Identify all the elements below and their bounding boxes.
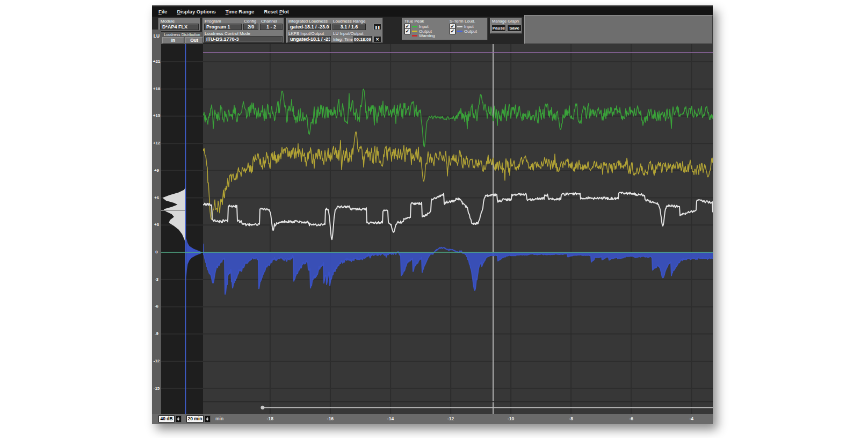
time-range-select[interactable]: 20 min [186,415,204,422]
program-value[interactable]: Program 1 [204,24,242,30]
x-tick-label: -14 [384,416,397,421]
menu-file[interactable]: File [158,9,167,14]
config-label: Config [244,19,256,24]
x-tick-label: -12 [444,416,457,421]
loudness-control-mode-label: Loudness Control Mode [205,31,250,36]
menu-display-options[interactable]: Display Options [177,9,215,14]
s-term-output-checkbox[interactable]: ✓ [450,28,455,34]
db-range-spinner[interactable] [176,415,182,422]
integrated-ungated-value: ungated-18.1 / -23.0 [288,36,331,42]
x-tick-label: -16 [324,416,337,421]
program-panel: Program Config Channel Program 1 2/0 1 -… [202,18,284,43]
menu-time-range[interactable]: Time Range [226,9,255,14]
manage-graph-label: Manage Graph [492,19,519,24]
integr-time-value: 00:18:09 [353,36,372,42]
y-tick-label: +9 [152,168,161,173]
true-peak-input-swatch-icon [412,26,417,27]
plot-background [203,44,713,414]
true-peak-warning-swatch-icon [412,35,417,36]
y-axis-unit-label: LU [152,33,161,39]
x-tick-label: -4 [685,416,698,421]
y-tick-label: 0 [152,250,161,254]
x-tick-label: -8 [565,416,577,421]
s-term-output-swatch-icon [457,31,462,32]
s-term-output-label: Output [464,29,477,34]
time-range-spinner[interactable] [205,415,211,422]
distribution-out-button[interactable]: Out [185,37,203,43]
true-peak-output-swatch-icon [412,31,417,32]
menu-reset-plot[interactable]: Reset Plot [264,9,288,14]
y-tick-label: +12 [152,141,161,145]
loudness-distribution-chart [161,44,203,414]
toolbar: Module D*AP4 FLX Program Config Channel … [152,17,713,44]
y-tick-label: +3 [152,222,161,227]
screenshot-stage: FileDisplay OptionsTime RangeReset Plot … [0,0,868,438]
integrated-loudness-label: Integrated Loudness [288,19,328,24]
x-tick-label: -10 [504,416,517,421]
y-tick-label: -6 [152,304,161,309]
x-tick-label: -18 [264,416,277,421]
y-tick-label: +21 [152,59,161,64]
integr-time-label: Integr. Time [333,38,353,41]
channel-value: 1 - 2 [260,24,283,30]
loudness-control-mode-value: ITU-BS.1770-3 [204,36,283,42]
loudness-logger-window: FileDisplay OptionsTime RangeReset Plot … [152,5,713,424]
save-button[interactable]: Save [507,25,522,32]
x-axis-bar: 40 dB 20 min min -18-16-14-12-10-8-6-4 [152,414,713,424]
manage-graph-panel: Manage Graph Pause Save [490,18,522,34]
program-label: Program [205,19,221,24]
y-tick-label: -15 [152,386,161,391]
y-tick-label: -12 [152,359,161,363]
true-peak-warning-label: Warning [419,33,435,38]
s-term-loud-label: S-Term Loud. [450,19,475,24]
config-value: 2/0 [243,24,258,30]
x-tick-label: -6 [625,416,638,421]
close-icon-button[interactable]: ✕ [373,36,381,42]
pause-icon-button[interactable]: ❚❚ [373,24,381,30]
s-term-input-swatch-icon [457,26,462,27]
module-label: Module [161,19,175,24]
module-value: D*AP4 FLX [160,24,199,30]
loudness-distribution-header: Loudness Distribution In Out [161,32,203,44]
y-tick-label: +15 [152,113,161,118]
scrollbar-handle-dot[interactable] [261,406,264,410]
loudness-plot[interactable] [203,44,713,414]
db-range-select[interactable]: 40 dB [158,415,175,422]
x-axis-unit-label: min [215,416,223,421]
integrated-gated-value: gated-18.1 / -23.0 [288,24,331,30]
legend-panel: True Peak S-Term Loud. ✓Input✓OutputWarn… [402,18,488,40]
pause-button[interactable]: Pause [491,25,506,32]
y-tick-label: +18 [152,86,161,91]
lu-io-label: LU Input/Output [333,31,363,36]
true-peak-label: True Peak [404,19,424,24]
y-tick-label: +6 [152,195,161,200]
channel-label: Channel [261,19,277,24]
true-peak-warning-row: Warning [404,33,435,38]
s-term-output-row: ✓Output [450,28,477,34]
distribution-in-button[interactable]: In [162,37,184,43]
loudness-range-label: Loudness Range [333,19,366,24]
lkfs-io-label: LKFS Input/Output [288,31,324,36]
loudness-distribution-label: Loudness Distribution [161,33,203,36]
y-tick-label: -3 [152,277,161,282]
y-tick-label: -9 [152,331,161,336]
module-panel: Module D*AP4 FLX [158,18,200,31]
loudness-range-value: 3.1 / 1.6 [332,24,366,30]
toolbar-spacer-panel [524,15,713,44]
integrated-loudness-panel: Integrated Loudness Loudness Range gated… [286,18,383,43]
